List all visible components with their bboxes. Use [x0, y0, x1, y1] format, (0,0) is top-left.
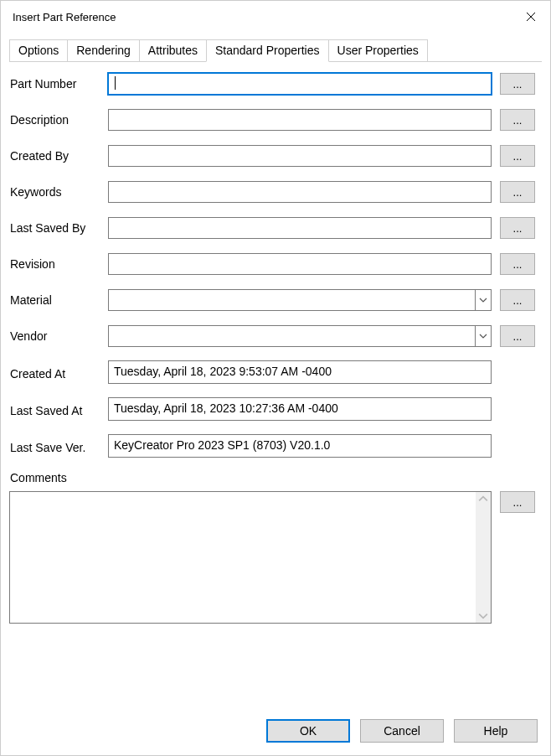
material-select-input[interactable]	[108, 289, 475, 311]
window-title: Insert Part Reference	[13, 11, 116, 23]
last-save-ver-value: KeyCreator Pro 2023 SP1 (8703) V20.1.0	[108, 434, 492, 458]
row-description: Description ...	[9, 108, 535, 132]
cancel-button[interactable]: Cancel	[360, 719, 444, 743]
close-icon	[526, 12, 536, 22]
tab-user-properties[interactable]: User Properties	[328, 39, 428, 61]
row-material: Material ...	[9, 288, 535, 312]
label-last-saved-at: Last Saved At	[9, 401, 108, 417]
vendor-select[interactable]	[108, 325, 492, 347]
row-created-by: Created By ...	[9, 144, 535, 168]
label-last-saved-by: Last Saved By	[9, 221, 108, 235]
comments-box	[9, 491, 492, 624]
part-number-browse-button[interactable]: ...	[500, 73, 535, 95]
material-browse-button[interactable]: ...	[500, 289, 535, 311]
comments-scrollbar[interactable]	[476, 492, 491, 623]
row-last-save-ver: Last Save Ver. KeyCreator Pro 2023 SP1 (…	[9, 434, 535, 458]
row-created-at: Created At Tuesday, April 18, 2023 9:53:…	[9, 360, 535, 384]
ok-button[interactable]: OK	[266, 719, 350, 743]
chevron-down-icon	[479, 298, 487, 303]
scroll-up-icon	[478, 494, 488, 504]
keywords-input[interactable]	[108, 181, 492, 203]
dialog-content: Options Rendering Attributes Standard Pr…	[1, 33, 550, 630]
label-material: Material	[9, 293, 108, 307]
label-keywords: Keywords	[9, 185, 108, 199]
last-saved-by-input[interactable]	[108, 217, 492, 239]
titlebar: Insert Part Reference	[1, 1, 550, 33]
created-by-input[interactable]	[108, 145, 492, 167]
tab-bar: Options Rendering Attributes Standard Pr…	[9, 39, 542, 62]
last-saved-by-browse-button[interactable]: ...	[500, 217, 535, 239]
label-description: Description	[9, 113, 108, 127]
keywords-browse-button[interactable]: ...	[500, 181, 535, 203]
dialog-button-bar: OK Cancel Help	[0, 707, 551, 756]
row-last-saved-by: Last Saved By ...	[9, 216, 535, 240]
label-comments: Comments	[9, 471, 535, 484]
tab-attributes[interactable]: Attributes	[139, 39, 207, 61]
label-revision: Revision	[9, 257, 108, 271]
description-input[interactable]	[108, 109, 492, 131]
vendor-browse-button[interactable]: ...	[500, 325, 535, 347]
row-comments: ...	[9, 491, 535, 624]
comments-input[interactable]	[10, 492, 476, 623]
close-button[interactable]	[512, 3, 550, 30]
material-select[interactable]	[108, 289, 492, 311]
description-browse-button[interactable]: ...	[500, 109, 535, 131]
row-revision: Revision ...	[9, 252, 535, 276]
revision-browse-button[interactable]: ...	[500, 253, 535, 275]
scroll-down-icon	[478, 611, 488, 621]
tab-standard-properties[interactable]: Standard Properties	[206, 39, 329, 62]
revision-input[interactable]	[108, 253, 492, 275]
label-created-at: Created At	[9, 364, 108, 381]
chevron-down-icon	[479, 334, 487, 339]
last-saved-at-value: Tuesday, April 18, 2023 10:27:36 AM -040…	[108, 397, 492, 421]
vendor-dropdown-button[interactable]	[475, 325, 492, 347]
label-last-save-ver: Last Save Ver.	[9, 438, 108, 454]
comments-browse-button[interactable]: ...	[500, 491, 535, 513]
row-part-number: Part Number ...	[9, 72, 535, 96]
tab-rendering[interactable]: Rendering	[67, 39, 140, 61]
material-dropdown-button[interactable]	[475, 289, 492, 311]
label-created-by: Created By	[9, 149, 108, 163]
row-vendor: Vendor ...	[9, 324, 535, 348]
tab-options[interactable]: Options	[9, 39, 68, 61]
part-number-input[interactable]	[108, 73, 492, 95]
row-keywords: Keywords ...	[9, 180, 535, 204]
label-vendor: Vendor	[9, 329, 108, 343]
label-part-number: Part Number	[9, 77, 108, 91]
tab-panel-standard: Part Number ... Description ... Created …	[9, 62, 542, 630]
row-last-saved-at: Last Saved At Tuesday, April 18, 2023 10…	[9, 397, 535, 421]
vendor-select-input[interactable]	[108, 325, 475, 347]
created-by-browse-button[interactable]: ...	[500, 145, 535, 167]
created-at-value: Tuesday, April 18, 2023 9:53:07 AM -0400	[108, 360, 492, 384]
help-button[interactable]: Help	[454, 719, 538, 743]
